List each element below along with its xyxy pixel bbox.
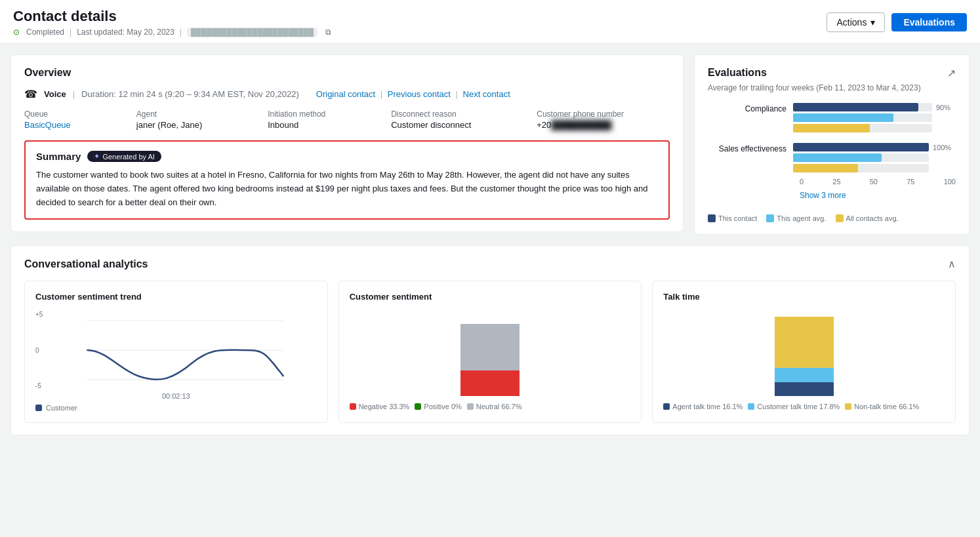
eval-title: Evaluations xyxy=(708,67,767,79)
initiation-item: Initiation method Inbound xyxy=(268,109,371,130)
agent-avg-dot xyxy=(766,214,774,222)
trend-svg xyxy=(54,311,317,389)
talk-time-card: Talk time Agent talk time 16.1% xyxy=(652,281,956,423)
compliance-bars: 90% xyxy=(793,103,956,132)
legend-all-avg: All contacts avg. xyxy=(836,214,899,222)
positive-legend: Positive 0% xyxy=(415,403,461,410)
x-axis-label: 00:02:13 xyxy=(35,392,317,400)
header-actions: Actions ▾ Evaluations xyxy=(827,12,967,32)
disconnect-item: Disconnect reason Customer disconnect xyxy=(391,109,517,130)
next-contact-link[interactable]: Next contact xyxy=(463,89,510,99)
analytics-section: Conversational analytics ∧ Customer sent… xyxy=(10,245,970,435)
sentiment-stack xyxy=(460,311,520,396)
agent-value: janer (Roe, Jane) xyxy=(136,120,248,130)
sentiment-trend-card: Customer sentiment trend +5 0 -5 xyxy=(24,281,328,423)
status-badge: Completed xyxy=(26,28,64,37)
queue-item: Queue BasicQueue xyxy=(24,109,117,130)
voice-label: Voice xyxy=(44,89,66,99)
phone-item: Customer phone number +20██████████ xyxy=(537,109,670,130)
contact-links: Original contact | Previous contact | Ne… xyxy=(316,89,510,99)
page-header: Contact details ⊙ Completed | Last updat… xyxy=(0,0,980,44)
collapse-icon[interactable]: ∧ xyxy=(948,258,956,270)
page-meta: ⊙ Completed | Last updated: May 20, 2023… xyxy=(13,28,331,37)
sales-bars: 100% xyxy=(793,143,956,172)
agent-talk-legend: Agent talk time 16.1% xyxy=(663,403,743,410)
customer-talk-segment xyxy=(775,368,834,382)
actions-button[interactable]: Actions ▾ xyxy=(827,12,885,32)
voice-duration: Duration: 12 min 24 s (9:20 – 9:34 AM ES… xyxy=(81,89,299,99)
all-avg-dot xyxy=(836,214,844,222)
talktime-bar-container xyxy=(663,311,945,396)
eval-subtitle: Average for trailing four weeks (Feb 11,… xyxy=(708,83,956,92)
eval-axis: 0 25 50 75 100 xyxy=(708,178,956,186)
talk-time-title: Talk time xyxy=(663,292,945,302)
talktime-legend: Agent talk time 16.1% Customer talk time… xyxy=(663,403,945,410)
analytics-title: Conversational analytics xyxy=(24,258,148,270)
negative-segment xyxy=(460,370,520,396)
ai-badge: ✦ Generated by AI xyxy=(87,151,161,162)
nontalk-segment xyxy=(775,317,834,368)
nontalk-legend: Non-talk time 66.1% xyxy=(845,403,919,410)
voice-row: ☎ Voice | Duration: 12 min 24 s (9:20 – … xyxy=(24,88,670,100)
phone-icon: ☎ xyxy=(24,88,37,100)
contact-id: ████████████████████████ xyxy=(187,28,317,37)
negative-dot xyxy=(350,403,356,410)
sales-label: Sales effectiveness xyxy=(708,143,793,153)
sentiment-legend: Negative 33.3% Positive 0% Neutral 66.7% xyxy=(350,403,631,410)
show-more-link[interactable]: Show 3 more xyxy=(800,191,846,200)
agent-talk-segment xyxy=(775,382,834,396)
sentiment-trend-title: Customer sentiment trend xyxy=(35,292,317,302)
this-contact-dot xyxy=(708,214,716,222)
evaluations-button[interactable]: Evaluations xyxy=(891,13,967,31)
previous-contact-link[interactable]: Previous contact xyxy=(388,89,451,99)
legend-agent-avg: This agent avg. xyxy=(766,214,826,222)
agent-item: Agent janer (Roe, Jane) xyxy=(136,109,248,130)
eval-header: Evaluations ↗ xyxy=(708,67,956,79)
customer-dot xyxy=(35,405,42,411)
overview-card: Overview ☎ Voice | Duration: 12 min 24 s… xyxy=(10,54,684,232)
customer-sentiment-card: Customer sentiment Negative 33.3% xyxy=(338,281,642,423)
compliance-section: Compliance 90% xyxy=(708,103,956,132)
talktime-stack xyxy=(775,311,834,396)
chevron-down-icon: ▾ xyxy=(870,17,875,28)
summary-text: The customer wanted to book two suites a… xyxy=(36,169,658,209)
initiation-value: Inbound xyxy=(268,120,371,130)
neutral-dot xyxy=(467,403,474,410)
nontalk-dot xyxy=(845,403,851,410)
eval-legend: This contact This agent avg. All contact… xyxy=(708,214,956,222)
expand-icon[interactable]: ↗ xyxy=(947,67,956,79)
analytics-cards: Customer sentiment trend +5 0 -5 xyxy=(24,281,956,423)
trend-legend: Customer xyxy=(35,404,317,412)
summary-title: Summary xyxy=(36,151,81,162)
header-left: Contact details ⊙ Completed | Last updat… xyxy=(13,8,331,37)
page-title: Contact details xyxy=(13,8,331,25)
y-axis-labels: +5 0 -5 xyxy=(35,311,43,389)
meta-grid: Queue BasicQueue Agent janer (Roe, Jane)… xyxy=(24,109,670,130)
customer-talk-dot xyxy=(748,403,754,410)
neutral-legend: Neutral 66.7% xyxy=(467,403,522,410)
sentiment-bar-container xyxy=(350,311,631,396)
copy-icon[interactable]: ⧉ xyxy=(325,28,331,37)
sentiment-trend-chart: +5 0 -5 xyxy=(35,311,317,389)
customer-sentiment-title: Customer sentiment xyxy=(350,292,631,302)
analytics-header: Conversational analytics ∧ xyxy=(24,258,956,270)
star-icon: ✦ xyxy=(94,152,100,161)
last-updated: Last updated: May 20, 2023 xyxy=(77,28,174,37)
queue-link[interactable]: BasicQueue xyxy=(24,120,71,130)
sales-section: Sales effectiveness 100% xyxy=(708,143,956,172)
disconnect-value: Customer disconnect xyxy=(391,120,517,130)
phone-value: +20██████████ xyxy=(537,120,670,130)
original-contact-link[interactable]: Original contact xyxy=(316,89,375,99)
positive-dot xyxy=(415,403,421,410)
legend-this-contact: This contact xyxy=(708,214,757,222)
evaluations-card: Evaluations ↗ Average for trailing four … xyxy=(694,54,970,235)
agent-talk-dot xyxy=(663,403,670,410)
completed-icon: ⊙ xyxy=(13,28,20,37)
overview-title: Overview xyxy=(24,67,670,79)
summary-box: Summary ✦ Generated by AI The customer w… xyxy=(24,140,670,220)
customer-talk-legend: Customer talk time 17.8% xyxy=(748,403,840,410)
compliance-label: Compliance xyxy=(708,103,793,113)
negative-legend: Negative 33.3% xyxy=(350,403,410,410)
summary-header: Summary ✦ Generated by AI xyxy=(36,151,658,162)
neutral-segment xyxy=(460,324,520,371)
